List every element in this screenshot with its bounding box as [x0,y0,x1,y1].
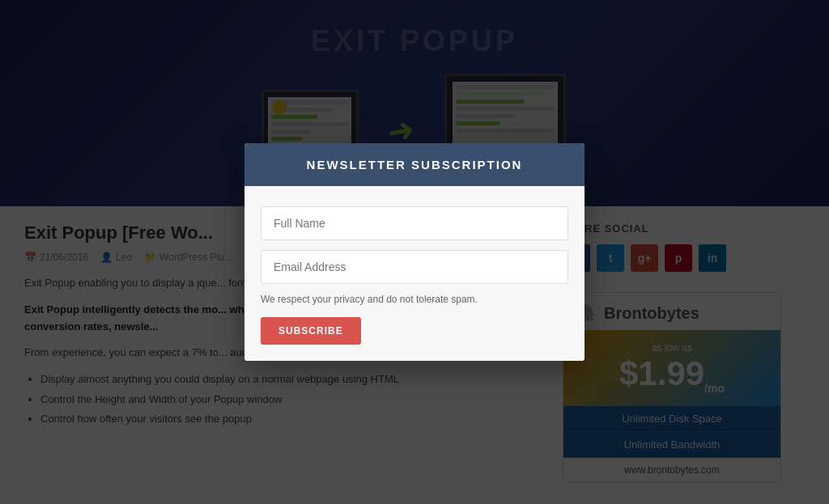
modal-body: We respect your privacy and do not toler… [244,186,585,361]
subscribe-button[interactable]: SUBSCRIBE [261,317,361,345]
modal-header: NEWSLETTER SUBSCRIPTION [244,143,585,186]
newsletter-modal: NEWSLETTER SUBSCRIPTION We respect your … [244,143,585,361]
full-name-input[interactable] [261,206,568,240]
modal-overlay[interactable]: NEWSLETTER SUBSCRIPTION We respect your … [0,0,829,504]
email-input[interactable] [261,250,568,284]
privacy-text: We respect your privacy and do not toler… [261,294,568,305]
modal-title: NEWSLETTER SUBSCRIPTION [307,158,523,172]
